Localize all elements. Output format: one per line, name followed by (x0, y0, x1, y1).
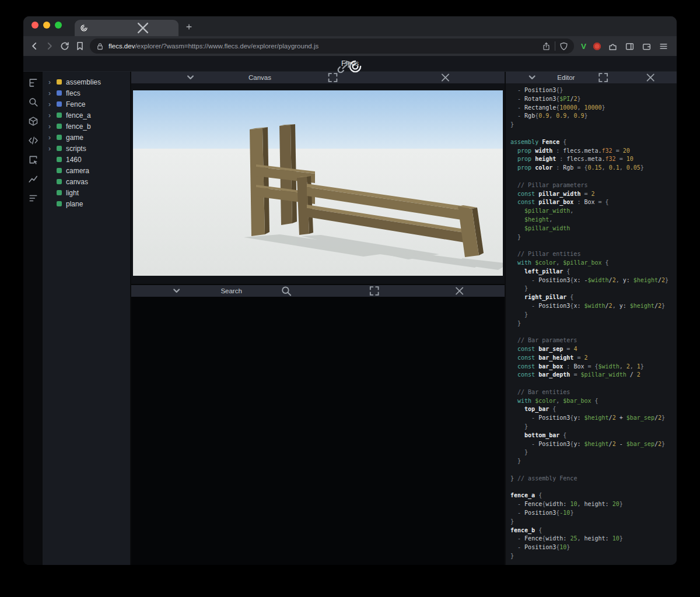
vpn-extension-icon[interactable]: V (581, 42, 586, 51)
expand-arrow-icon[interactable]: › (48, 112, 52, 119)
code-line: } (510, 121, 672, 129)
entity-color-swatch (57, 157, 62, 162)
red-extension-icon[interactable] (593, 43, 601, 50)
code-line: $height, (510, 216, 672, 224)
code-line: } (510, 233, 672, 242)
share-link-icon[interactable] (23, 59, 671, 75)
share-icon[interactable] (542, 42, 551, 51)
url-path: /explorer/?wasm=https://www.flecs.dev/ex… (135, 43, 318, 50)
entity-color-swatch (57, 79, 62, 85)
expand-arrow-icon[interactable]: › (48, 90, 52, 97)
code-line: // Bar entities (510, 388, 672, 397)
new-tab-button[interactable] (182, 20, 196, 34)
wallet-icon[interactable] (642, 41, 652, 51)
code-line: prop color : Rgb = {0.15, 0.1, 0.05} (510, 164, 672, 173)
tree-item-label: Fence (66, 100, 85, 108)
search-panel: Search (131, 285, 505, 565)
code-line (510, 380, 672, 388)
code-line: const pillar_box : Box = { (510, 198, 672, 207)
tree-item-label: fence_a (66, 111, 91, 120)
menu-icon[interactable] (659, 41, 668, 51)
expand-arrow-icon[interactable]: › (48, 123, 52, 130)
code-line: } (510, 552, 672, 561)
tree-item-label: 1460 (66, 156, 82, 164)
tree-item-canvas[interactable]: canvas (43, 176, 130, 187)
canvas-panel-body (131, 83, 505, 284)
tree-item-light[interactable]: light (43, 187, 130, 198)
tree-panel: ›assemblies›flecs›Fence›fence_a›fence_b›… (43, 72, 130, 565)
flecs-explorer-page: Flecs ›assemblies›flecs›Fence›fence_a›fe… (23, 56, 677, 565)
code-line (510, 466, 672, 475)
editor-panel-title: Editor (557, 74, 575, 81)
minimize-window-button[interactable] (43, 22, 50, 29)
address-bar[interactable]: flecs.dev/explorer/?wasm=https://www.fle… (90, 38, 574, 54)
center-column: Canvas (131, 72, 505, 565)
forward-button[interactable] (44, 41, 55, 51)
code-line: const pillar_width = 2 (510, 190, 672, 199)
tree-item-scripts[interactable]: ›scripts (43, 143, 130, 154)
code-line (510, 129, 672, 138)
search-panel-header: Search (131, 285, 505, 297)
tree-item-Fence[interactable]: ›Fence (43, 99, 130, 110)
extensions-puzzle-icon[interactable] (608, 41, 618, 51)
inspector-icon[interactable] (28, 154, 38, 165)
bookmark-icon[interactable] (75, 41, 85, 51)
entity-tree-icon[interactable] (28, 78, 38, 88)
entity-color-swatch (57, 190, 62, 195)
entity-color-swatch (57, 146, 62, 151)
fence-scene (133, 90, 503, 276)
tree-item-game[interactable]: ›game (43, 132, 130, 143)
browser-window: Flecs flecs.dev/explorer/?wasm=https://w… (23, 16, 677, 565)
brave-shield-icon[interactable] (559, 42, 568, 51)
tree-item-1460[interactable]: 1460 (43, 154, 130, 165)
log-rows-icon[interactable] (28, 193, 38, 203)
tree-item-flecs[interactable]: ›flecs (43, 87, 130, 99)
code-line: prop height : flecs.meta.f32 = 10 (510, 155, 672, 164)
code-line: - Position3{x: -$width/2, y: $height/2} (510, 276, 672, 285)
close-window-button[interactable] (32, 22, 38, 29)
tab-flecs[interactable]: Flecs (75, 20, 178, 36)
reload-button[interactable] (60, 41, 70, 51)
code-line: - Position3{-10} (510, 509, 672, 518)
expand-arrow-icon[interactable]: › (48, 145, 52, 152)
tree-item-label: fence_b (66, 122, 91, 131)
tree-item-assemblies[interactable]: ›assemblies (43, 76, 130, 87)
tree-item-label: scripts (66, 145, 86, 153)
expand-arrow-icon[interactable]: › (48, 79, 52, 86)
expand-panel-icon[interactable] (334, 285, 415, 297)
entities-cube-icon[interactable] (28, 116, 38, 127)
url-text: flecs.dev/explorer/?wasm=https://www.fle… (108, 43, 538, 50)
code-icon[interactable] (28, 135, 38, 146)
expand-arrow-icon[interactable]: › (48, 101, 52, 108)
tree-item-plane[interactable]: plane (43, 198, 130, 209)
entity-color-swatch (57, 101, 62, 107)
code-line (510, 241, 672, 250)
editor-code[interactable]: - Position3{} - Rotation3{$PI/2} - Recta… (506, 83, 677, 565)
tree-item-fence_a[interactable]: ›fence_a (43, 110, 130, 121)
tree-item-fence_b[interactable]: ›fence_b (43, 121, 130, 132)
close-tab-icon[interactable] (96, 20, 190, 36)
search-icon[interactable] (28, 97, 38, 107)
icon-strip (23, 72, 43, 565)
tree-item-camera[interactable]: camera (43, 165, 130, 176)
code-line: fence_b { (510, 526, 672, 535)
back-button[interactable] (29, 41, 40, 51)
entity-color-swatch (57, 113, 62, 118)
3d-viewport[interactable] (133, 90, 503, 276)
close-panel-icon[interactable] (419, 285, 500, 297)
side-panel-icon[interactable] (625, 41, 635, 51)
flecs-favicon (80, 24, 88, 32)
code-line: const bar_box : Box = {$width, 2, 1} (510, 363, 672, 371)
lock-icon (96, 42, 104, 51)
code-line: - Fence{width: 10, height: 20} (510, 500, 672, 509)
code-line: } (510, 448, 672, 457)
entity-color-swatch (57, 201, 62, 206)
code-line: } (510, 457, 672, 466)
expand-arrow-icon[interactable]: › (48, 134, 52, 141)
stats-chart-icon[interactable] (28, 174, 38, 184)
zoom-window-button[interactable] (55, 22, 62, 29)
entity-color-swatch (57, 168, 62, 173)
chevron-down-icon[interactable] (136, 285, 217, 297)
code-line: - Fence{width: 25, height: 10} (510, 535, 672, 543)
code-line: prop width : flecs.meta.f32 = 20 (510, 147, 672, 156)
